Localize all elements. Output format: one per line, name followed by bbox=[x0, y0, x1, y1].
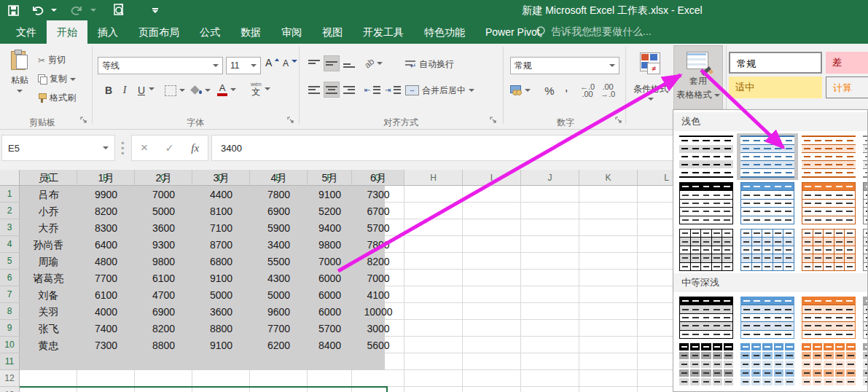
cancel-button[interactable]: × bbox=[141, 141, 148, 155]
align-center-button[interactable] bbox=[324, 82, 340, 98]
tab-view[interactable]: 视图 bbox=[312, 20, 353, 44]
row-header-6[interactable]: 6 bbox=[0, 270, 20, 286]
cell[interactable]: 2月 bbox=[135, 170, 192, 187]
cell[interactable]: 小乔 bbox=[20, 203, 77, 220]
undo-dropdown[interactable] bbox=[48, 0, 60, 20]
cell[interactable]: 6000 bbox=[308, 270, 352, 287]
column-header-J[interactable]: J bbox=[521, 170, 579, 186]
clipboard-dialog-launcher[interactable] bbox=[80, 117, 89, 125]
cell[interactable]: 6800 bbox=[192, 254, 250, 270]
cell[interactable]: 9100 bbox=[192, 270, 250, 287]
row-header-11[interactable]: 11 bbox=[0, 353, 20, 370]
row-header-2[interactable]: 2 bbox=[0, 203, 20, 219]
copy-button[interactable]: 复制 bbox=[38, 73, 76, 85]
table-style-thumbnail-black-stripes[interactable] bbox=[679, 136, 733, 178]
cell[interactable]: 5000 bbox=[135, 203, 192, 220]
table-style-slot[interactable] bbox=[859, 294, 868, 341]
number-dialog-launcher[interactable] bbox=[615, 117, 624, 125]
phonetic-guide-button[interactable]: wén 文 bbox=[251, 79, 270, 99]
table-style-thumbnail-orange-grid[interactable] bbox=[802, 229, 856, 271]
table-style-thumbnail-black-grid[interactable] bbox=[679, 229, 733, 271]
cell[interactable]: 1月 bbox=[77, 170, 135, 187]
number-format-combo[interactable]: 常规 bbox=[510, 57, 619, 74]
column-header-H[interactable]: H bbox=[404, 170, 463, 186]
font-name-combo[interactable]: 等线 bbox=[98, 57, 223, 74]
row-header-1[interactable]: 1 bbox=[0, 186, 20, 203]
qat-customize-button[interactable] bbox=[146, 0, 165, 20]
cell[interactable]: 9100 bbox=[308, 187, 352, 203]
cell[interactable]: 10000 bbox=[352, 304, 404, 321]
cell[interactable]: 6100 bbox=[77, 287, 135, 304]
table-style-thumbnail-orange-stripes[interactable] bbox=[802, 136, 856, 178]
row-header-3[interactable]: 3 bbox=[0, 219, 20, 236]
table-style-slot[interactable] bbox=[798, 133, 859, 180]
cell[interactable]: 6100 bbox=[135, 270, 192, 287]
table-style-thumbnail-gray-stripes[interactable] bbox=[863, 136, 868, 178]
decrease-indent-button[interactable]: ⇤ bbox=[364, 82, 380, 98]
table-style-thumbnail-black-header[interactable] bbox=[679, 182, 733, 224]
table-style-slot[interactable] bbox=[737, 227, 798, 273]
table-style-thumbnail-orange-header[interactable] bbox=[802, 182, 856, 224]
cell[interactable]: 4000 bbox=[77, 304, 135, 321]
tab-review[interactable]: 审阅 bbox=[271, 20, 312, 44]
table-style-slot[interactable] bbox=[737, 180, 798, 227]
column-header-I[interactable]: I bbox=[463, 170, 521, 186]
print-preview-button[interactable] bbox=[105, 0, 134, 20]
table-style-slot[interactable] bbox=[859, 341, 868, 388]
redo-button[interactable] bbox=[66, 0, 87, 20]
comma-style-button[interactable]: , bbox=[561, 79, 571, 96]
fill-color-button[interactable] bbox=[191, 82, 211, 99]
table-style-thumbnail-black-mheader[interactable] bbox=[679, 297, 733, 339]
table-style-slot[interactable] bbox=[859, 227, 868, 273]
cell[interactable]: 7300 bbox=[352, 187, 404, 203]
tab-data[interactable]: 数据 bbox=[230, 20, 271, 44]
cell[interactable]: 4700 bbox=[135, 287, 192, 304]
row-header-10[interactable]: 10 bbox=[0, 337, 20, 353]
cell[interactable]: 张飞 bbox=[20, 321, 77, 337]
table-style-slot[interactable] bbox=[798, 294, 859, 341]
bold-button[interactable]: B bbox=[102, 82, 115, 99]
increase-decimal-button[interactable]: ←.0.00 bbox=[580, 82, 599, 99]
cell[interactable]: 6月 bbox=[352, 170, 404, 187]
cell[interactable]: 8100 bbox=[192, 203, 250, 220]
tab-insert[interactable]: 插入 bbox=[87, 20, 128, 44]
cell[interactable]: 员工 bbox=[20, 170, 77, 187]
table-style-thumbnail-gray-header[interactable] bbox=[863, 182, 868, 224]
cell[interactable]: 吕布 bbox=[20, 187, 77, 203]
align-middle-button[interactable] bbox=[324, 55, 340, 71]
table-style-thumbnail-orange-mheader[interactable] bbox=[802, 297, 856, 339]
cell-style-4[interactable]: 计算 bbox=[826, 77, 868, 98]
table-style-slot[interactable] bbox=[798, 180, 859, 227]
paste-button[interactable]: 粘贴 bbox=[3, 47, 36, 114]
table-style-slot-selected[interactable] bbox=[737, 133, 798, 180]
cell[interactable]: 7700 bbox=[250, 321, 308, 337]
row-header-5[interactable]: 5 bbox=[0, 253, 20, 270]
select-all-button[interactable] bbox=[0, 170, 20, 186]
cell[interactable]: 6000 bbox=[308, 287, 352, 304]
name-box[interactable]: E5 bbox=[1, 135, 115, 161]
cell[interactable]: 3600 bbox=[135, 220, 192, 237]
underline-dropdown[interactable] bbox=[149, 87, 155, 90]
cell[interactable]: 3600 bbox=[192, 304, 250, 321]
cell-style-1[interactable]: 常规 bbox=[729, 52, 822, 74]
cell[interactable]: 5500 bbox=[250, 254, 308, 270]
table-style-slot[interactable] bbox=[859, 180, 868, 227]
column-header-K[interactable]: K bbox=[579, 170, 638, 186]
cell[interactable]: 3400 bbox=[250, 237, 308, 254]
align-left-button[interactable] bbox=[306, 82, 322, 98]
cell[interactable]: 5000 bbox=[250, 287, 308, 304]
cell[interactable]: 8800 bbox=[135, 337, 192, 354]
cell[interactable]: 5700 bbox=[352, 220, 404, 237]
row-header-8[interactable]: 8 bbox=[0, 303, 20, 320]
cell[interactable]: 3000 bbox=[352, 321, 404, 337]
cell[interactable]: 6200 bbox=[250, 337, 308, 354]
italic-button[interactable]: I bbox=[118, 82, 131, 99]
tab-developer[interactable]: 开发工具 bbox=[353, 20, 414, 44]
cell[interactable]: 6000 bbox=[308, 304, 352, 321]
table-style-slot[interactable] bbox=[676, 227, 737, 273]
cell[interactable]: 黄忠 bbox=[20, 337, 77, 354]
cell[interactable]: 7800 bbox=[352, 237, 404, 254]
table-style-thumbnail-black-mgrid[interactable] bbox=[679, 343, 733, 385]
table-style-slot[interactable] bbox=[676, 341, 737, 388]
table-style-slot[interactable] bbox=[676, 180, 737, 227]
